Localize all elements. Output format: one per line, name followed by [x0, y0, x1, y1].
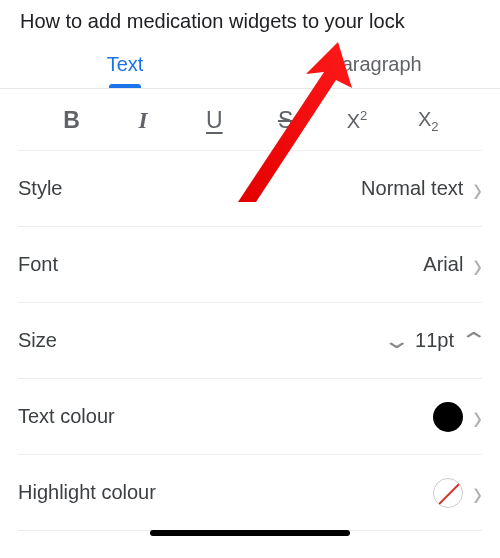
text-format-toolbar: B I U S X2 X2 [18, 89, 482, 151]
style-row[interactable]: Style Normal text › [18, 151, 482, 227]
tab-text[interactable]: Text [0, 39, 250, 88]
highlight-colour-label: Highlight colour [18, 481, 156, 504]
font-label: Font [18, 253, 58, 276]
strikethrough-button[interactable]: S [266, 107, 306, 134]
style-value: Normal text [361, 177, 463, 200]
subscript-button[interactable]: X2 [408, 108, 448, 134]
text-colour-swatch [433, 402, 463, 432]
font-value: Arial [423, 253, 463, 276]
superscript-button[interactable]: X2 [337, 108, 377, 133]
font-row[interactable]: Font Arial › [18, 227, 482, 303]
italic-button[interactable]: I [123, 108, 163, 134]
underline-button[interactable]: U [194, 107, 234, 134]
size-row: Size ⌄ 11pt ⌃ [18, 303, 482, 379]
text-colour-label: Text colour [18, 405, 115, 428]
text-colour-row[interactable]: Text colour › [18, 379, 482, 455]
bold-button[interactable]: B [52, 107, 92, 134]
chevron-right-icon: › [473, 398, 482, 434]
size-decrease-button[interactable]: ⌄ [382, 328, 411, 354]
size-label: Size [18, 329, 57, 352]
size-value: 11pt [415, 329, 454, 352]
highlight-colour-swatch [433, 478, 463, 508]
chevron-right-icon: › [473, 170, 482, 206]
chevron-right-icon: › [473, 246, 482, 282]
format-tabs: Text Paragraph [0, 39, 500, 89]
document-title: How to add medication widgets to your lo… [0, 0, 500, 39]
tab-paragraph[interactable]: Paragraph [250, 39, 500, 88]
chevron-right-icon: › [473, 474, 482, 510]
highlight-colour-row[interactable]: Highlight colour › [18, 455, 482, 531]
home-indicator [150, 530, 350, 536]
style-label: Style [18, 177, 62, 200]
size-increase-button[interactable]: ⌃ [459, 328, 488, 354]
